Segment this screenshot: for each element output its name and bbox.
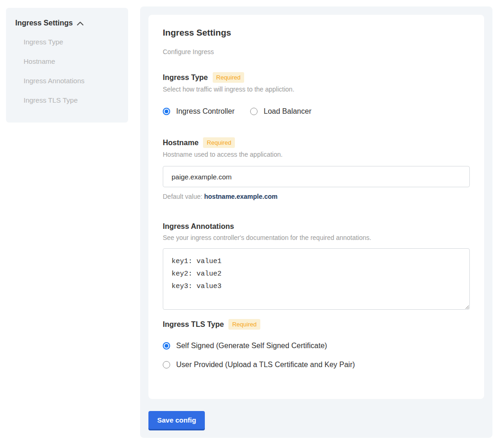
radio-icon-load-balancer[interactable] (250, 108, 258, 115)
required-badge: Required (228, 319, 260, 330)
hostname-default-value: hostname.example.com (204, 193, 278, 200)
radio-icon-ingress-controller[interactable] (163, 108, 170, 115)
radio-option-load-balancer[interactable]: Load Balancer (250, 107, 311, 116)
required-badge: Required (213, 72, 245, 83)
ingress-annotations-help: See your ingress controller's documentat… (163, 234, 470, 242)
sidebar-item-ingress-annotations[interactable]: Ingress Annotations (24, 77, 119, 85)
sidebar-item-ingress-type[interactable]: Ingress Type (24, 38, 119, 46)
ingress-tls-radio-group: Self Signed (Generate Self Signed Certif… (163, 342, 470, 369)
radio-icon-user-provided[interactable] (163, 361, 170, 368)
radio-label-ingress-controller: Ingress Controller (176, 107, 234, 116)
radio-label-user-provided: User Provided (Upload a TLS Certificate … (176, 361, 355, 369)
hostname-default-label: Default value: (163, 193, 203, 200)
hostname-label: Hostname (163, 138, 198, 147)
ingress-settings-card: Ingress Settings Configure Ingress Ingre… (148, 15, 484, 399)
page-subtitle: Configure Ingress (163, 48, 470, 55)
radio-option-self-signed[interactable]: Self Signed (Generate Self Signed Certif… (163, 342, 470, 350)
ingress-tls-type-label: Ingress TLS Type (163, 320, 224, 329)
required-badge: Required (203, 137, 235, 148)
hostname-help: Hostname used to access the application. (163, 151, 470, 159)
hostname-input[interactable] (163, 166, 470, 187)
field-hostname: Hostname Required Hostname used to acces… (163, 137, 470, 201)
radio-option-user-provided[interactable]: User Provided (Upload a TLS Certificate … (163, 361, 470, 369)
chevron-up-icon (77, 21, 84, 26)
radio-icon-self-signed[interactable] (163, 342, 170, 350)
sidebar-group-label: Ingress Settings (15, 19, 73, 27)
field-ingress-annotations: Ingress Annotations See your ingress con… (163, 222, 470, 310)
radio-option-ingress-controller[interactable]: Ingress Controller (163, 107, 234, 116)
page-title: Ingress Settings (163, 28, 470, 38)
sidebar-item-ingress-tls-type[interactable]: Ingress TLS Type (24, 96, 119, 104)
field-ingress-tls-type: Ingress TLS Type Required Self Signed (G… (163, 319, 470, 369)
ingress-annotations-textarea[interactable]: key1: value1 key2: value2 key3: value3 (163, 248, 470, 310)
save-config-button[interactable]: Save config (148, 411, 205, 429)
ingress-annotations-label: Ingress Annotations (163, 222, 234, 231)
ingress-type-help: Select how traffic will ingress to the a… (163, 86, 470, 93)
hostname-default-line: Default value: hostname.example.com (163, 193, 470, 201)
sidebar-item-hostname[interactable]: Hostname (24, 57, 119, 66)
radio-label-self-signed: Self Signed (Generate Self Signed Certif… (176, 342, 327, 350)
sidebar-group-ingress-settings[interactable]: Ingress Settings (15, 19, 119, 27)
sidebar-item-list: Ingress Type Hostname Ingress Annotation… (15, 38, 119, 104)
settings-sidebar: Ingress Settings Ingress Type Hostname I… (6, 8, 128, 123)
field-ingress-type: Ingress Type Required Select how traffic… (163, 72, 470, 116)
config-panel: Ingress Settings Configure Ingress Ingre… (140, 6, 492, 438)
ingress-type-label: Ingress Type (163, 73, 208, 82)
ingress-type-radio-group: Ingress Controller Load Balancer (163, 107, 470, 116)
radio-label-load-balancer: Load Balancer (264, 107, 311, 116)
